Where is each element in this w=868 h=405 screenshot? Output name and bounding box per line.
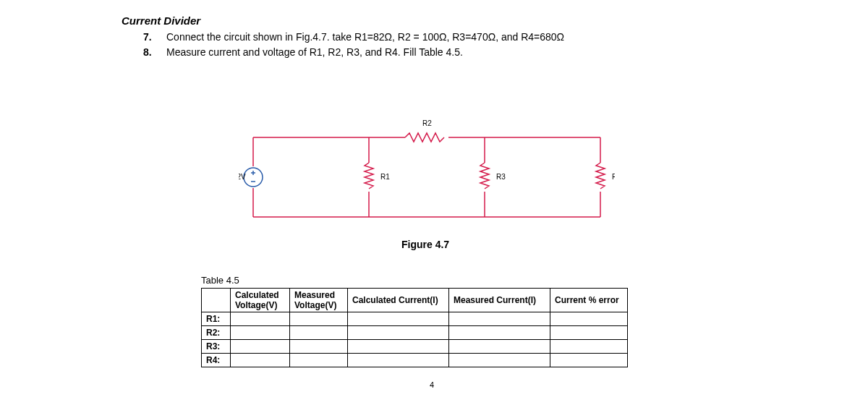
r4-label: R4 (612, 173, 615, 181)
table-header (202, 289, 231, 312)
row-label: R2: (202, 326, 231, 340)
list-text: Measure current and voltage of R1, R2, R… (166, 45, 463, 60)
instruction-list: 7. Connect the circuit shown in Fig.4.7.… (143, 30, 868, 60)
r2-label: R2 (422, 119, 432, 127)
section-heading: Current Divider (122, 14, 868, 27)
table-row: R4: (202, 354, 628, 367)
list-number: 8. (143, 45, 156, 60)
figure-caption: Figure 4.7 (401, 239, 449, 250)
page-number: 4 (430, 380, 434, 389)
table-row: R2: (202, 326, 628, 340)
source-label: 12V (239, 173, 246, 181)
list-item: 7. Connect the circuit shown in Fig.4.7.… (143, 30, 868, 45)
r3-label: R3 (496, 173, 506, 181)
table-row: R1: (202, 312, 628, 326)
table-header: Measured Voltage(V) (290, 289, 348, 312)
table-header: Current % error (550, 289, 628, 312)
row-label: R3: (202, 340, 231, 354)
table-header: Calculated Current(I) (348, 289, 449, 312)
r1-label: R1 (380, 173, 390, 181)
list-number: 7. (143, 30, 156, 45)
circuit-diagram: 12V R1 R2 R3 R4 (239, 116, 615, 231)
list-item: 8. Measure current and voltage of R1, R2… (143, 45, 868, 60)
table-header-row: Calculated Voltage(V) Measured Voltage(V… (202, 289, 628, 312)
list-text: Connect the circuit shown in Fig.4.7. ta… (166, 30, 564, 45)
table-row: R3: (202, 340, 628, 354)
row-label: R1: (202, 312, 231, 326)
svg-point-11 (244, 168, 263, 187)
table-header: Measured Current(I) (449, 289, 550, 312)
table-header: Calculated Voltage(V) (231, 289, 290, 312)
data-table: Calculated Voltage(V) Measured Voltage(V… (201, 288, 628, 367)
row-label: R4: (202, 354, 231, 367)
table-caption: Table 4.5 (201, 275, 239, 286)
